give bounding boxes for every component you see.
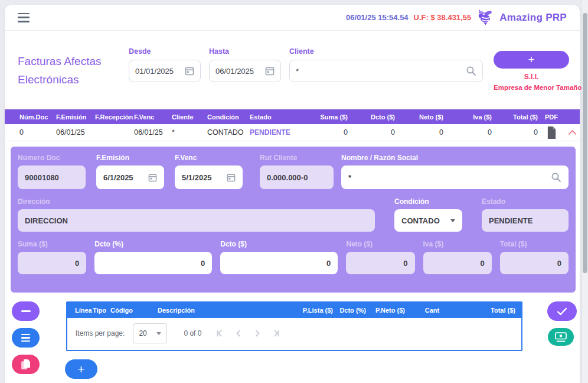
field-direccion: Dirección DIRECCION	[18, 197, 375, 232]
paginator: Items per page: 20 0 of 0	[67, 318, 521, 349]
invoice-row[interactable]: 0 06/01/25 06/01/25 * CONTADO PENDIENTE …	[5, 124, 580, 141]
chevron-down-icon	[156, 332, 161, 335]
calendar-icon[interactable]	[227, 173, 236, 182]
nombre-input[interactable]	[348, 173, 551, 182]
page-scrollbar[interactable]	[581, 0, 588, 383]
cell-total: 0	[492, 128, 538, 137]
estado-value: PENDIENTE	[482, 209, 569, 232]
field-numero-doc: Número Doc 90001080	[18, 154, 86, 189]
field-suma: Suma ($) 0	[18, 240, 86, 274]
lines-list-button[interactable]	[12, 328, 40, 348]
next-page-icon[interactable]	[252, 328, 263, 339]
chevron-down-icon	[450, 219, 455, 222]
remove-line-button[interactable]	[12, 301, 40, 321]
f-venc-input[interactable]	[182, 173, 227, 182]
cell-condicion: CONTADO	[207, 128, 250, 137]
invoice-table-header: Núm.Doc F.Emisión F.Recepción F.Venc Cli…	[5, 109, 580, 124]
cliente-input[interactable]	[296, 67, 466, 76]
col-num-doc: Núm.Doc	[19, 113, 56, 121]
line-items-table: Línea Tipo Código Descripción P.Lista ($…	[66, 301, 522, 351]
copy-document-button[interactable]	[12, 355, 40, 374]
numero-doc-value: 90001080	[18, 165, 86, 189]
items-per-page-label: Items per page:	[76, 329, 125, 337]
direccion-value: DIRECCION	[18, 209, 375, 232]
col-condicion: Condición	[207, 113, 250, 121]
add-invoice-button[interactable]: +	[494, 51, 569, 69]
cell-f-emision: 06/01/25	[56, 128, 95, 137]
last-page-icon[interactable]	[271, 328, 282, 339]
search-icon[interactable]	[551, 172, 561, 183]
pdf-document-icon[interactable]	[546, 126, 557, 139]
brand-name: Amazing PRP	[499, 12, 567, 24]
filter-hasta: Hasta	[209, 47, 281, 82]
col-p-neto: P.Neto ($)	[366, 307, 405, 314]
page-title: Facturas Afectas Electrónicas	[18, 52, 102, 89]
search-icon[interactable]	[466, 66, 476, 76]
col-p-lista: P.Lista ($)	[277, 307, 333, 314]
field-f-venc: F.Venc	[175, 154, 243, 189]
col-iva: Iva ($)	[443, 113, 492, 121]
previous-page-icon[interactable]	[233, 328, 244, 339]
col-dcto-pct: Dcto (%)	[333, 307, 366, 314]
col-cliente: Cliente	[172, 113, 207, 121]
topbar: 06/01/25 15:54.54 U.F: $ 38.431,55 Amazi…	[5, 5, 580, 31]
col-neto: Neto ($)	[395, 113, 443, 121]
check-icon	[557, 307, 567, 316]
neto-value: 0	[346, 252, 414, 274]
minus-icon	[21, 310, 31, 312]
field-total: Total ($) 0	[500, 240, 569, 274]
page-size-select[interactable]: 20	[133, 323, 167, 343]
cell-suma: 0	[302, 128, 348, 137]
col-f-recepcion: F.Recepción	[95, 113, 134, 121]
add-line-button[interactable]: +	[65, 359, 97, 379]
cell-cliente: *	[172, 128, 207, 137]
dcto-input[interactable]	[227, 259, 331, 268]
field-f-emision: F.Emisión	[96, 154, 164, 189]
first-page-icon[interactable]	[214, 328, 225, 339]
confirm-button[interactable]	[547, 301, 577, 321]
cell-dcto: 0	[348, 128, 395, 137]
copy-icon	[21, 359, 31, 370]
rut-cliente-value: 0.000.000-0	[260, 165, 334, 189]
cell-iva: 0	[443, 128, 492, 137]
f-emision-input[interactable]	[103, 173, 148, 182]
menu-icon[interactable]	[18, 13, 31, 22]
scrollbar-thumb[interactable]	[583, 13, 587, 273]
field-condicion: Condición CONTADO	[394, 197, 462, 232]
col-f-emision: F.Emisión	[56, 113, 95, 121]
col-dcto: Dcto ($)	[348, 113, 395, 121]
col-item-total: Total ($)	[459, 307, 515, 314]
col-descripcion: Descripción	[158, 307, 277, 314]
invoice-detail-panel: Número Doc 90001080 F.Emisión F.Venc	[11, 147, 576, 293]
cell-num-doc: 0	[19, 128, 56, 137]
uf-value-text: U.F: $ 38.431,55	[414, 13, 472, 22]
suma-value: 0	[18, 252, 86, 274]
list-icon	[21, 334, 30, 342]
col-linea: Línea	[75, 307, 93, 314]
dcto-pct-input[interactable]	[102, 259, 205, 268]
main-card: 06/01/25 15:54.54 U.F: $ 38.431,55 Amazi…	[5, 5, 580, 383]
collapse-chevron-up-icon[interactable]	[568, 129, 577, 135]
calendar-icon[interactable]	[265, 66, 275, 76]
calendar-icon[interactable]	[148, 173, 157, 182]
app-window: 06/01/25 15:54.54 U.F: $ 38.431,55 Amazi…	[0, 0, 588, 383]
line-items-header: Línea Tipo Código Descripción P.Lista ($…	[67, 303, 521, 318]
desde-input[interactable]	[135, 67, 185, 76]
condicion-select[interactable]: CONTADO	[394, 209, 462, 232]
page-range-label: 0 of 0	[184, 329, 201, 337]
cell-estado: PENDIENTE	[250, 128, 302, 137]
col-total: Total ($)	[492, 113, 538, 121]
calendar-icon[interactable]	[185, 66, 194, 76]
total-value: 0	[500, 252, 569, 274]
col-f-venc: F.Venc	[134, 113, 172, 121]
cell-f-venc: 06/01/25	[134, 128, 172, 137]
filter-cliente: Cliente	[289, 47, 483, 82]
desde-label: Desde	[129, 47, 201, 56]
field-dcto-pct: Dcto (%)	[94, 240, 212, 274]
iva-value: 0	[423, 252, 492, 274]
payment-button[interactable]	[548, 328, 574, 346]
col-suma: Suma ($)	[302, 113, 348, 121]
bee-logo-icon	[476, 9, 494, 25]
col-estado: Estado	[250, 113, 302, 121]
hasta-input[interactable]	[215, 67, 265, 76]
